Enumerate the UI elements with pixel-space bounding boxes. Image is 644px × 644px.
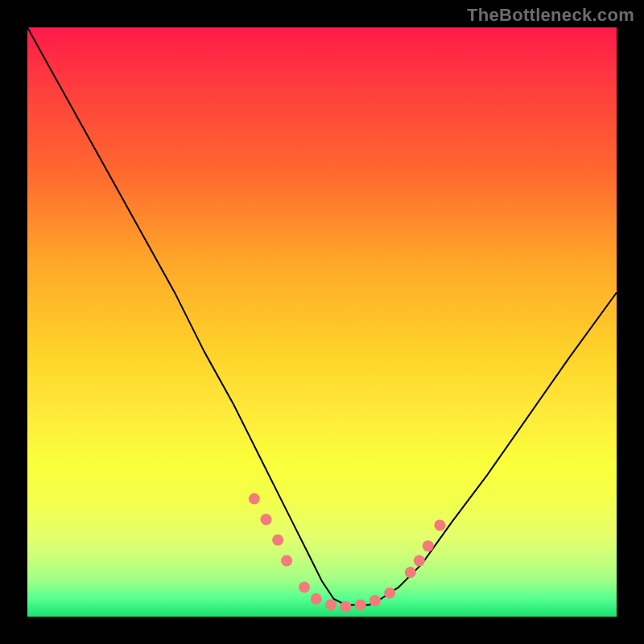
plot-area (27, 27, 617, 617)
watermark-text: TheBottleneck.com (467, 5, 634, 26)
chart-frame: TheBottleneck.com (0, 0, 644, 644)
